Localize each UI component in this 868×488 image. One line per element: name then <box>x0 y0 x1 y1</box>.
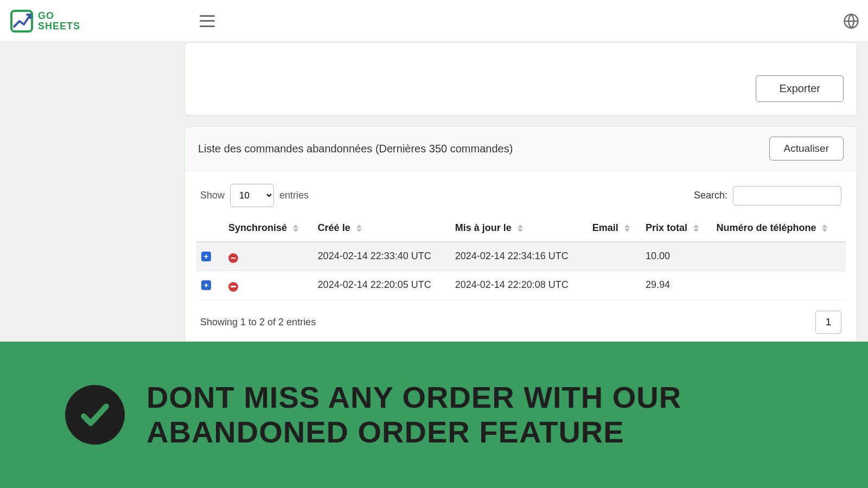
cell-email <box>587 271 640 299</box>
table-row: + 2024-02-14 22:20:05 UTC 2024-02-14 22:… <box>196 271 846 299</box>
show-label-before: Show <box>200 190 225 201</box>
banner-headline: DONT MISS ANY ORDER WITH OUR ABANDONED O… <box>146 380 797 450</box>
cell-total: 29.94 <box>640 271 711 299</box>
main-content: Exporter Liste des commandes abandonnées… <box>0 42 868 361</box>
table-controls: Show 10 entries Search: <box>185 171 857 215</box>
abandoned-orders-card: Liste des commandes abandonnées (Dernièr… <box>184 126 857 350</box>
export-button[interactable]: Exporter <box>756 75 844 102</box>
cell-phone <box>711 242 846 271</box>
search-control: Search: <box>694 186 841 206</box>
page-size-control: Show 10 entries <box>200 184 309 207</box>
logo-mark-icon <box>9 8 35 34</box>
not-synced-icon <box>228 282 238 292</box>
cell-phone <box>711 271 846 299</box>
cell-email <box>587 242 640 271</box>
table-footer: Showing 1 to 2 of 2 entries 1 <box>185 300 857 338</box>
list-header: Liste des commandes abandonnées (Dernièr… <box>185 127 857 171</box>
col-sync[interactable]: Synchronisé <box>223 215 312 242</box>
logo[interactable]: GO SHEETS <box>9 8 80 34</box>
col-created[interactable]: Créé le <box>312 215 450 242</box>
orders-table: Synchronisé Créé le Mis à jour le Email <box>196 215 846 300</box>
list-title: Liste des commandes abandonnées (Dernièr… <box>198 143 513 155</box>
promo-banner: DONT MISS ANY ORDER WITH OUR ABANDONED O… <box>0 342 868 488</box>
cell-total: 10.00 <box>640 242 711 271</box>
entries-info: Showing 1 to 2 of 2 entries <box>200 317 316 328</box>
show-label-after: entries <box>279 190 309 201</box>
not-synced-icon <box>228 253 238 263</box>
page-size-select[interactable]: 10 <box>230 184 274 207</box>
col-total[interactable]: Prix total <box>640 215 711 242</box>
cell-updated: 2024-02-14 22:34:16 UTC <box>450 242 587 271</box>
language-icon[interactable] <box>843 13 859 29</box>
logo-text-line2: SHEETS <box>38 21 80 31</box>
cell-created: 2024-02-14 22:20:05 UTC <box>312 271 450 299</box>
export-card: Exporter <box>184 42 857 115</box>
menu-toggle-icon[interactable] <box>200 15 215 27</box>
search-input[interactable] <box>733 186 841 206</box>
expand-row-icon[interactable]: + <box>201 280 211 290</box>
search-label: Search: <box>694 190 727 201</box>
cell-updated: 2024-02-14 22:20:08 UTC <box>450 271 587 299</box>
refresh-button[interactable]: Actualiser <box>769 137 844 160</box>
expand-row-icon[interactable]: + <box>201 252 211 261</box>
page-1-button[interactable]: 1 <box>815 311 841 334</box>
col-email[interactable]: Email <box>587 215 640 242</box>
cell-created: 2024-02-14 22:33:40 UTC <box>312 242 450 271</box>
table-row: + 2024-02-14 22:33:40 UTC 2024-02-14 22:… <box>196 242 846 271</box>
logo-text-line1: GO <box>38 11 80 21</box>
check-circle-icon <box>65 385 125 445</box>
top-bar: GO SHEETS <box>0 0 868 42</box>
col-updated[interactable]: Mis à jour le <box>450 215 587 242</box>
col-phone[interactable]: Numéro de téléphone <box>711 215 846 242</box>
